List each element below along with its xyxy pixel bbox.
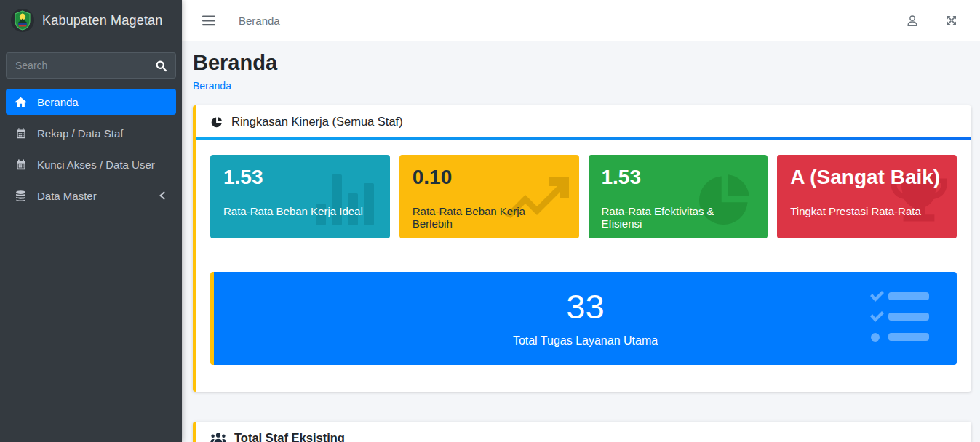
info-box-label: Tingkat Prestasi Rata-Rata xyxy=(790,205,944,217)
info-box-value: 0.10 xyxy=(413,164,566,190)
total-tugas-callout: 33 Total Tugas Layanan Utama xyxy=(210,272,957,365)
search-button[interactable] xyxy=(146,52,176,79)
info-box-beban-kerja-ideal: 1.53 Rata-Rata Beban Kerja Ideal xyxy=(210,155,390,238)
summary-card-title: Ringkasan Kinerja (Semua Staf) xyxy=(231,115,403,129)
staff-card: Total Staf Eksisting xyxy=(193,422,971,442)
sidebar-item-data-master[interactable]: Data Master xyxy=(6,182,176,209)
tasks-icon xyxy=(868,289,932,347)
pie-chart-icon xyxy=(210,116,223,129)
info-box-efektivitas-efisiensi: 1.53 Rata-Rata Efektivitas & Efisiensi xyxy=(589,155,768,238)
navbar-home-link[interactable]: Beranda xyxy=(239,15,280,27)
hamburger-icon xyxy=(202,15,215,26)
sidebar-item-label: Rekap / Data Staf xyxy=(37,127,123,140)
calendar-icon xyxy=(13,127,28,140)
summary-card: Ringkasan Kinerja (Semua Staf) 1.53 Rata… xyxy=(193,105,971,392)
sidebar-item-label: Data Master xyxy=(37,190,97,202)
brand[interactable]: Kabupaten Magetan xyxy=(0,0,182,41)
database-icon xyxy=(13,190,28,202)
calendar-icon xyxy=(13,158,28,171)
search-input[interactable] xyxy=(6,52,146,79)
info-box-value: 1.53 xyxy=(602,164,755,190)
sidebar-item-label: Kunci Akses / Data User xyxy=(37,158,155,171)
breadcrumb-link-beranda[interactable]: Beranda xyxy=(193,80,231,92)
breadcrumb: Beranda xyxy=(193,80,971,92)
total-tugas-value: 33 xyxy=(566,289,604,324)
chevron-left-icon xyxy=(159,191,166,200)
search-icon xyxy=(155,60,167,72)
top-navbar: Beranda xyxy=(182,0,980,41)
sidebar-item-beranda[interactable]: Beranda xyxy=(6,89,176,115)
content: Beranda Beranda Ringkasan Kinerja (Semua… xyxy=(182,41,980,442)
summary-card-header: Ringkasan Kinerja (Semua Staf) xyxy=(196,105,971,137)
user-menu-button[interactable] xyxy=(903,11,922,31)
info-box-value: 1.53 xyxy=(223,164,377,190)
sidebar-item-kunci-akses-data-user[interactable]: Kunci Akses / Data User xyxy=(6,151,176,177)
info-box-beban-kerja-berlebih: 0.10 Rata-Rata Beban Kerja Berlebih xyxy=(399,155,579,238)
info-box-row: 1.53 Rata-Rata Beban Kerja Ideal 0.10 Ra… xyxy=(210,155,957,238)
expand-arrows-icon xyxy=(945,14,958,27)
sidebar-toggle-button[interactable] xyxy=(198,11,220,31)
info-box-label: Rata-Rata Beban Kerja Ideal xyxy=(223,205,377,217)
users-icon xyxy=(210,432,226,442)
staff-card-title: Total Staf Eksisting xyxy=(234,431,345,442)
sidebar-search xyxy=(6,52,176,79)
info-box-value: A (Sangat Baik) xyxy=(790,164,944,190)
fullscreen-button[interactable] xyxy=(942,11,961,30)
sidebar-item-rekap-data-staf[interactable]: Rekap / Data Staf xyxy=(6,120,176,146)
user-icon xyxy=(906,14,919,28)
info-box-label: Rata-Rata Beban Kerja Berlebih xyxy=(413,205,566,230)
info-box-tingkat-prestasi: A (Sangat Baik) Tingkat Prestasi Rata-Ra… xyxy=(777,155,957,238)
page-title: Beranda xyxy=(193,51,971,75)
sidebar: Kabupaten Magetan Beranda xyxy=(0,0,182,442)
info-box-label: Rata-Rata Efektivitas & Efisiensi xyxy=(602,205,755,230)
sidebar-menu: Beranda Rekap / Data Staf xyxy=(0,79,182,214)
summary-card-body: 1.53 Rata-Rata Beban Kerja Ideal 0.10 Ra… xyxy=(196,140,971,392)
main-area: Beranda Beranda Beranda xyxy=(182,0,980,442)
home-icon xyxy=(13,96,28,108)
total-tugas-label: Total Tugas Layanan Utama xyxy=(513,334,658,347)
sidebar-item-label: Beranda xyxy=(37,96,79,108)
brand-title: Kabupaten Magetan xyxy=(42,13,163,28)
brand-logo xyxy=(10,8,35,33)
staff-card-header: Total Staf Eksisting xyxy=(196,422,971,442)
